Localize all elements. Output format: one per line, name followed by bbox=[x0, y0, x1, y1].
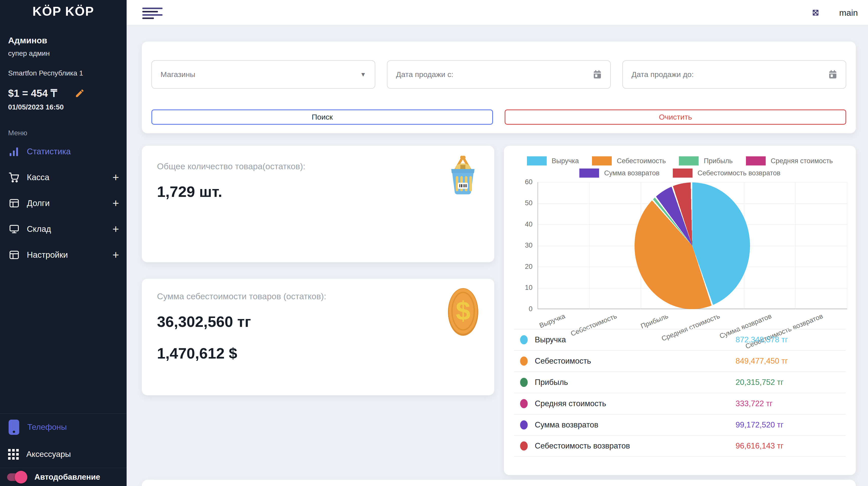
stats-row: Сумма возвратов 99,172,520 тг bbox=[514, 414, 846, 435]
sidebar-item-statistics[interactable]: Статистика bbox=[0, 139, 127, 165]
autoadd-toggle[interactable] bbox=[7, 473, 25, 481]
series-dot bbox=[520, 399, 528, 408]
cost-value-tenge: 36,302,560 тг bbox=[157, 313, 479, 331]
sidebar-item-debts[interactable]: Долги + bbox=[0, 190, 127, 216]
stats-row: Себестоимость возвратов 96,616,143 тг bbox=[514, 435, 846, 457]
stats-row: Выручка 872,349,578 тг bbox=[514, 329, 846, 350]
legend-label: Сумма возвратов bbox=[604, 169, 660, 177]
date-to-input[interactable]: Дата продажи до: bbox=[622, 60, 846, 89]
user-store: Smartfon Республика 1 bbox=[8, 69, 119, 77]
series-dot bbox=[520, 441, 528, 451]
legend-item[interactable]: Выручка bbox=[527, 156, 579, 166]
series-dot bbox=[520, 356, 528, 366]
series-label: Прибыль bbox=[535, 378, 568, 387]
cost-value-usd: 1,470,612 $ bbox=[157, 345, 479, 362]
calendar-icon[interactable] bbox=[829, 70, 837, 79]
legend-swatch bbox=[746, 156, 766, 166]
legend-item[interactable]: Средняя стоимость bbox=[746, 156, 833, 166]
date-from-placeholder: Дата продажи с: bbox=[396, 70, 593, 79]
sidebar-item-label: Склад bbox=[27, 224, 113, 234]
legend-label: Себестоимость возвратов bbox=[698, 169, 780, 177]
autoadd-row: Автодобавление bbox=[0, 468, 127, 486]
legend-item[interactable]: Себестоимость bbox=[592, 156, 666, 166]
panel-layout-icon bbox=[8, 249, 20, 260]
sidebar-item-cashbox[interactable]: Касса + bbox=[0, 165, 127, 190]
sidebar-item-label: Телефоны bbox=[27, 422, 67, 432]
chart-legend-row: Выручка Себестоимость Прибыль Средняя ст… bbox=[504, 156, 856, 166]
toggle-knob bbox=[15, 471, 27, 483]
exchange-rate: $1 = 454 ₸ bbox=[8, 87, 57, 99]
expand-plus-icon[interactable]: + bbox=[113, 172, 119, 183]
series-label: Выручка bbox=[535, 335, 566, 344]
legend-item[interactable]: Прибыль bbox=[679, 156, 733, 166]
legend-item[interactable]: Себестоимость возвратов bbox=[673, 169, 780, 178]
date-from-input[interactable]: Дата продажи с: bbox=[387, 60, 611, 89]
panel-layout-icon bbox=[8, 198, 20, 209]
y-axis-tick: 0 bbox=[510, 305, 532, 313]
series-value: 99,172,520 тг bbox=[736, 420, 783, 429]
user-role: супер админ bbox=[8, 50, 119, 58]
topbar: main bbox=[127, 0, 868, 25]
user-block: Админов супер админ Smartfon Республика … bbox=[0, 35, 127, 111]
legend-label: Выручка bbox=[552, 157, 579, 165]
series-label: Себестоимость bbox=[535, 356, 591, 366]
fullscreen-expand-icon[interactable] bbox=[810, 7, 822, 19]
sidebar-item-settings[interactable]: Настройки + bbox=[0, 242, 127, 268]
legend-swatch bbox=[579, 169, 599, 178]
sidebar-item-label: Долги bbox=[27, 198, 113, 208]
expand-plus-icon[interactable]: + bbox=[113, 224, 119, 235]
edit-rate-pencil-icon[interactable] bbox=[75, 88, 85, 98]
legend-swatch bbox=[673, 169, 692, 178]
legend-label: Средняя стоимость bbox=[771, 157, 833, 165]
series-dot bbox=[520, 420, 528, 429]
sidebar-item-label: Касса bbox=[27, 173, 113, 182]
y-axis-tick: 30 bbox=[510, 241, 532, 249]
main-content: Магазины ▼ Дата продажи с: Дата продажи … bbox=[127, 26, 868, 486]
calendar-icon[interactable] bbox=[593, 70, 601, 79]
shops-select[interactable]: Магазины ▼ bbox=[151, 60, 375, 89]
series-dot bbox=[520, 378, 528, 387]
cost-label: Сумма себестоимости товаров (остатков): bbox=[157, 291, 479, 301]
sidebar-bottom-section: Телефоны Аксессуары Автодобавление bbox=[0, 413, 127, 486]
sidebar-item-warehouse[interactable]: Склад + bbox=[0, 216, 127, 242]
sidebar-item-label: Статистика bbox=[27, 147, 119, 156]
search-button[interactable]: Поиск bbox=[151, 110, 493, 125]
x-axis-label: Прибыль bbox=[640, 312, 670, 331]
sidebar-item-label: Настройки bbox=[27, 250, 113, 260]
x-axis-label: Выручка bbox=[538, 312, 566, 330]
sidebar: KÖP KÖP Админов супер админ Smartfon Рес… bbox=[0, 0, 127, 486]
stats-row: Прибыль 20,315,752 тг bbox=[514, 371, 846, 393]
sidebar-item-phones[interactable]: Телефоны bbox=[0, 413, 127, 441]
cart-icon bbox=[8, 172, 20, 183]
y-axis-tick: 40 bbox=[510, 221, 532, 228]
series-value: 872,349,578 тг bbox=[736, 335, 788, 344]
stats-row: Себестоимость 849,477,450 тг bbox=[514, 350, 846, 371]
menu-heading: Меню bbox=[8, 129, 127, 137]
expand-plus-icon[interactable]: + bbox=[113, 198, 119, 209]
smartphone-icon bbox=[8, 419, 20, 435]
expand-plus-icon[interactable]: + bbox=[113, 249, 119, 260]
hamburger-menu-icon[interactable] bbox=[142, 8, 162, 21]
shops-select-value: Магазины bbox=[160, 70, 360, 79]
series-value: 333,722 тг bbox=[736, 399, 773, 408]
branch-label[interactable]: main bbox=[839, 8, 858, 18]
dollar-coin-icon: $ bbox=[448, 288, 478, 336]
clear-button[interactable]: Очистить bbox=[505, 110, 846, 125]
quantity-label: Общее количество товара(остатков): bbox=[157, 162, 479, 171]
date-to-placeholder: Дата продажи до: bbox=[631, 70, 829, 79]
monitor-icon bbox=[8, 224, 20, 235]
bar-chart-icon bbox=[8, 146, 20, 157]
legend-item[interactable]: Сумма возвратов bbox=[579, 169, 660, 178]
sidebar-item-accessories[interactable]: Аксессуары bbox=[0, 441, 127, 468]
cost-card: Сумма себестоимости товаров (остатков): … bbox=[142, 279, 494, 395]
pie bbox=[634, 182, 750, 309]
filter-card: Магазины ▼ Дата продажи с: Дата продажи … bbox=[142, 41, 856, 133]
y-axis-tick: 60 bbox=[510, 178, 532, 186]
svg-text:$: $ bbox=[456, 296, 470, 325]
y-axis-tick: 20 bbox=[510, 263, 532, 270]
series-value: 96,616,143 тг bbox=[736, 441, 783, 451]
series-value: 849,477,450 тг bbox=[736, 356, 788, 366]
rate-datetime: 01/05/2023 16:50 bbox=[8, 103, 119, 111]
chart-plot-area: 60 50 40 30 20 10 0 Выручка Себестоимост… bbox=[537, 182, 847, 309]
next-card-partial bbox=[142, 480, 856, 486]
